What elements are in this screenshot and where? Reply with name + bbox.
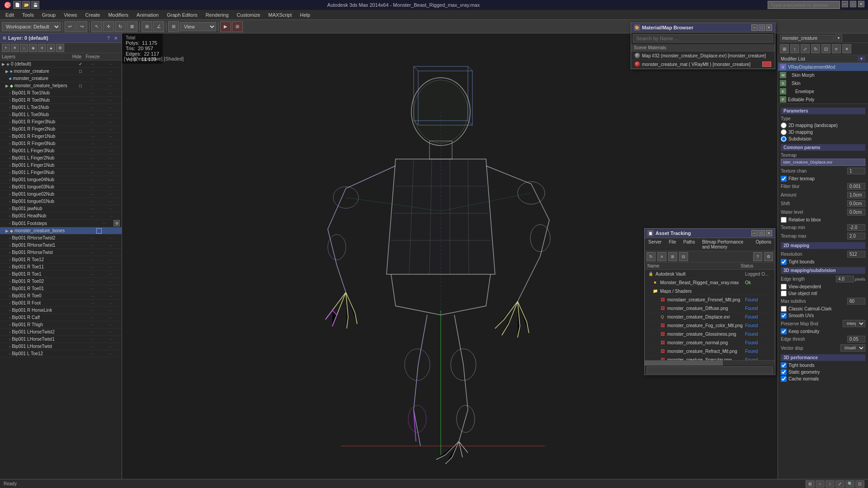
layer-item[interactable]: ◦ Bip001 R Finger2Nub ··· ···	[0, 126, 122, 133]
tb2[interactable]: ↪	[76, 21, 87, 32]
static-geometry-checkbox[interactable]	[781, 369, 787, 375]
relative-bbox-checkbox[interactable]	[781, 217, 787, 223]
texmap-value[interactable]: ister_creature_Displace.exr	[781, 159, 865, 166]
menu-tools[interactable]: Tools	[19, 11, 38, 19]
filter-texmap-row[interactable]: Filter texmap	[781, 175, 865, 182]
layer-close-btn[interactable]: ✕	[113, 35, 119, 41]
mat-item-vray[interactable]: monster_creature_mat ( VRayMtl ) [monste…	[631, 60, 775, 69]
object-name-input[interactable]	[780, 35, 834, 42]
mat-item-displace[interactable]: Map #32 (monster_creature_Displace.exr) …	[631, 52, 775, 60]
nav-btn5[interactable]: 🔍	[845, 480, 854, 488]
asset-row-img1[interactable]: 🖼 monstaer_creature_Fresnel_Mtl.png Foun…	[645, 296, 775, 304]
asset-row-img3[interactable]: Q monster_creature_Displace.exr Found	[645, 313, 775, 321]
menu-maxscript[interactable]: MAXScript	[265, 11, 296, 19]
asset-row-img7[interactable]: 🖼 monster_creature_Refract_Mtl.png Found	[645, 347, 775, 356]
static-geometry-row[interactable]: Static geometry	[781, 369, 865, 375]
search-input[interactable]	[768, 1, 840, 9]
3d-performance-title[interactable]: 3D performance	[781, 354, 865, 361]
menu-create[interactable]: Create	[81, 11, 104, 19]
modifier-item-editable-poly[interactable]: P Editable Poly	[778, 95, 868, 103]
type-2d-row[interactable]: 2D mapping (landscape)	[781, 122, 865, 129]
mat-close-btn[interactable]: ✕	[766, 24, 772, 31]
use-object-mtl-checkbox[interactable]	[781, 291, 787, 296]
menu-edit[interactable]: Edit	[2, 11, 18, 19]
view-dependent-checkbox[interactable]	[781, 284, 787, 290]
asset-menu-paths[interactable]: Paths	[682, 239, 697, 250]
select-btn[interactable]: ↖	[91, 21, 102, 32]
layer-item[interactable]: ▶ ◈ 0 (default) ✓ ··· ···	[0, 61, 122, 68]
params-scroll[interactable]: Parameters Type 2D mapping (landscape) 3…	[778, 104, 868, 488]
layer-item[interactable]: ◦ Bip001 LHorseTwist1 ··· ···	[0, 336, 122, 343]
asset-path-bar[interactable]	[646, 366, 773, 374]
menu-modifiers[interactable]: Modifiers	[104, 11, 132, 19]
mod-icon-5[interactable]: ⊡	[821, 44, 830, 53]
modifier-item-envelope[interactable]: E Envelope	[778, 87, 868, 95]
layer-item[interactable]: ◦ Bip001 RHorseTwist1 ··· ···	[0, 242, 122, 249]
type-subdiv-row[interactable]: Subdivision	[781, 136, 865, 142]
workspace-dropdown[interactable]: Workspace: Default	[2, 22, 61, 31]
tight-bounds-2d-row[interactable]: Tight bounds	[781, 258, 865, 265]
hscroll-thumb[interactable]	[645, 361, 723, 366]
scale-btn[interactable]: ⊠	[127, 21, 137, 32]
cache-normals-checkbox[interactable]	[781, 376, 787, 382]
layer-item[interactable]: ◦ Bip001 HeadNub ··· ···	[0, 212, 122, 220]
asset-list-btn[interactable]: ≡	[657, 252, 666, 261]
use-object-mtl-row[interactable]: Use object mtl	[781, 290, 865, 297]
layer-settings-btn[interactable]: ⚙	[56, 44, 64, 52]
type-3d-row[interactable]: 3D mapping	[781, 129, 865, 136]
layer-item[interactable]: ◦ Bip001 tongue03Nub ··· ···	[0, 183, 122, 191]
layer-item[interactable]: ◦ Bip001 R Toe0 ··· ···	[0, 292, 122, 300]
tb1[interactable]: ↩	[65, 21, 75, 32]
layer-item[interactable]: ▶ ■ monster_creature □ ··· ···	[0, 68, 122, 75]
smooth-uvs-row[interactable]: Smooth UVs	[781, 312, 865, 319]
layer-item[interactable]: ◦ Bip001 tongue04Nub ··· ···	[0, 176, 122, 183]
layers-list[interactable]: ▶ ◈ 0 (default) ✓ ··· ··· ▶ ■ monster_cr…	[0, 61, 122, 483]
ref-coord[interactable]: ⊞	[168, 21, 179, 32]
keep-continuity-row[interactable]: Keep continuity	[781, 328, 865, 335]
amount-input[interactable]	[847, 192, 865, 198]
mod-icon-3[interactable]: ⤢	[801, 44, 810, 53]
asset-row-img8[interactable]: 🖼 monster_creature_Specular.png Found	[645, 356, 775, 360]
vector-disp-select[interactable]: Disabled Object Tangent	[840, 344, 865, 352]
layer-item[interactable]: ◦ Bip001 R Toe1 ··· ···	[0, 271, 122, 278]
asset-menu-options[interactable]: Options	[754, 239, 773, 250]
cache-normals-row[interactable]: Cache normals	[781, 375, 865, 382]
layer-item[interactable]: ◦ Bip001 R Calf ··· ···	[0, 314, 122, 321]
asset-grid-btn[interactable]: ⊞	[668, 252, 677, 261]
layer-filter-btn[interactable]: ▲	[47, 44, 55, 52]
nav-btn6[interactable]: ⊡	[855, 480, 864, 488]
menu-animation[interactable]: Animation	[133, 11, 162, 19]
asset-menu-bitmap[interactable]: Bitmap Performance and Memory	[700, 239, 750, 250]
preserve-map-bnd-select[interactable]: Interp None	[843, 320, 865, 327]
type-3d-radio[interactable]	[781, 129, 787, 135]
mod-icon-1[interactable]: ⊞	[780, 44, 789, 53]
2d-mapping-title[interactable]: 2D mapping	[781, 242, 865, 249]
snap-btn[interactable]: ⊞	[142, 21, 152, 32]
layer-item[interactable]: ◦ Bip001 tongue01Nub ··· ···	[0, 198, 122, 205]
asset-row-folder[interactable]: 📁 Maps / Shaders	[645, 287, 775, 296]
layer-item[interactable]: ◦ Bip001 L Toe1Nub ··· ···	[0, 104, 122, 111]
menu-group[interactable]: Group	[38, 11, 60, 19]
move-btn[interactable]: ✛	[103, 21, 114, 32]
asset-settings-btn[interactable]: ⚙	[764, 252, 773, 261]
layer-item[interactable]: ◦ Bip001 R Toe12 ··· ···	[0, 256, 122, 263]
coord-dropdown[interactable]: View	[180, 22, 216, 31]
water-level-input[interactable]	[847, 209, 865, 216]
max-subdivs-input[interactable]	[847, 298, 865, 305]
layer-item[interactable]: ◦ Bip001 RHorseTwist2 ··· ···	[0, 235, 122, 242]
mod-icon-4[interactable]: ↻	[811, 44, 820, 53]
render-btn[interactable]: ▶	[220, 21, 231, 32]
asset-minimize-btn[interactable]: ─	[751, 230, 758, 236]
minimize-btn[interactable]: ─	[842, 1, 848, 7]
smooth-uvs-checkbox[interactable]	[781, 313, 787, 319]
shift-input[interactable]	[847, 200, 865, 207]
common-params-title[interactable]: Common params	[781, 144, 865, 151]
asset-menu-file[interactable]: File	[667, 239, 678, 250]
mat-minimize-btn[interactable]: ─	[751, 24, 758, 31]
layer-item[interactable]: ■ monster_creature ··· ···	[0, 75, 122, 82]
layer-item[interactable]: ◦ Bip001 R Finger1Nub ··· ···	[0, 133, 122, 140]
layer-item[interactable]: ◦ Bip001 L Finger1Nub ··· ···	[0, 162, 122, 169]
asset-row-img6[interactable]: 🖼 monster_creature_normal.png Found	[645, 338, 775, 347]
relative-bbox-row[interactable]: Relative to bbox	[781, 216, 865, 223]
classic-catmull-row[interactable]: Classic Catmull-Clark	[781, 305, 865, 312]
